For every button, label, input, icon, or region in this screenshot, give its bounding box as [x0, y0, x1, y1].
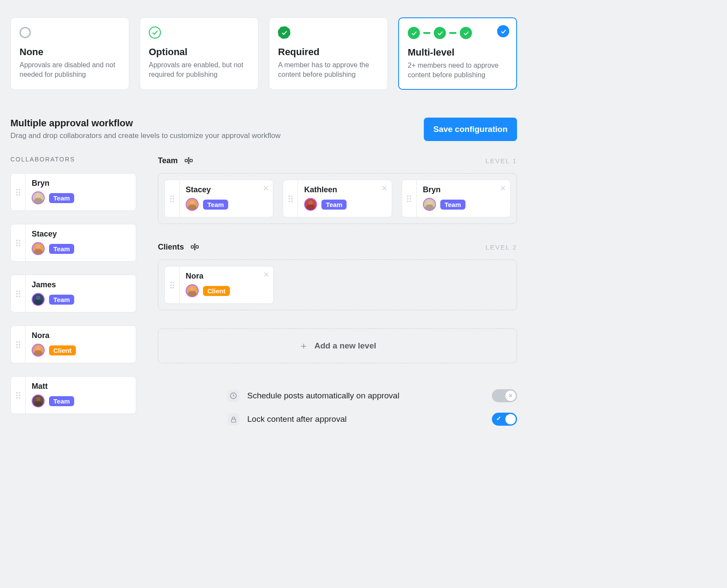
remove-person-icon[interactable]: ×: [263, 270, 269, 279]
drag-handle-icon[interactable]: [11, 174, 26, 210]
drag-handle-icon[interactable]: [165, 266, 180, 303]
drag-handle-icon[interactable]: [165, 180, 180, 217]
svg-point-41: [288, 198, 290, 199]
drag-handle-icon[interactable]: [11, 377, 26, 414]
svg-point-50: [410, 200, 411, 202]
approval-level: Team LEVEL 1 Stacey Team × Kathleen Team: [158, 156, 517, 224]
svg-point-17: [19, 296, 20, 297]
svg-point-54: [170, 282, 171, 283]
role-tag: Client: [203, 286, 230, 296]
avatar: [32, 344, 45, 357]
drag-handle-icon[interactable]: [11, 224, 26, 261]
role-tag: Client: [49, 345, 76, 355]
svg-point-45: [407, 195, 409, 197]
role-tag: Team: [203, 200, 228, 210]
svg-point-8: [16, 242, 17, 243]
svg-point-6: [16, 240, 17, 241]
svg-point-2: [16, 191, 17, 193]
svg-point-59: [173, 287, 174, 288]
avatar: [32, 191, 45, 204]
person-name: Stacey: [32, 230, 130, 239]
drag-handle-icon[interactable]: [11, 275, 26, 312]
svg-rect-30: [185, 159, 187, 162]
svg-point-47: [407, 198, 409, 199]
avatar: [304, 198, 317, 211]
svg-point-24: [16, 392, 17, 393]
collaborators-heading: COLLABORATORS: [10, 156, 136, 163]
drag-handle-icon[interactable]: [11, 326, 26, 363]
clock-icon: [227, 390, 239, 402]
person-name: Matt: [32, 382, 130, 391]
svg-point-48: [410, 198, 411, 199]
remove-person-icon[interactable]: ×: [382, 184, 387, 193]
check-circle-icon: [434, 27, 446, 39]
rename-icon[interactable]: [190, 242, 200, 252]
option-desc: Approvals are disabled and not needed fo…: [20, 60, 120, 79]
svg-point-27: [19, 394, 20, 396]
svg-point-36: [173, 198, 174, 199]
svg-point-55: [173, 282, 174, 283]
setting-toggle[interactable]: [492, 413, 517, 426]
level-dropzone[interactable]: Nora Client ×: [158, 260, 517, 310]
option-required[interactable]: Required A member has to approve the con…: [269, 17, 388, 90]
svg-point-4: [16, 194, 17, 195]
level-dropzone[interactable]: Stacey Team × Kathleen Team × Bryn Team …: [158, 173, 517, 224]
svg-point-1: [19, 189, 20, 190]
role-tag: Team: [440, 200, 465, 210]
svg-point-44: [291, 200, 292, 202]
svg-point-43: [288, 200, 290, 202]
level-number: LEVEL 2: [485, 243, 517, 251]
svg-point-37: [170, 200, 171, 202]
lock-icon: [227, 413, 239, 425]
person-card[interactable]: Kathleen Team ×: [283, 180, 392, 217]
person-name: Nora: [186, 272, 267, 281]
svg-point-35: [170, 198, 171, 199]
svg-point-26: [16, 394, 17, 396]
svg-point-57: [173, 284, 174, 286]
svg-point-42: [291, 198, 292, 199]
svg-rect-53: [196, 246, 199, 248]
person-card[interactable]: Matt Team: [10, 376, 136, 414]
plus-icon: ＋: [299, 339, 308, 352]
person-card[interactable]: Bryn Team ×: [402, 180, 511, 217]
svg-point-10: [16, 245, 17, 246]
svg-rect-32: [190, 159, 192, 162]
svg-point-15: [19, 293, 20, 294]
svg-rect-51: [191, 246, 194, 248]
person-card[interactable]: Nora Client: [10, 325, 136, 363]
approval-mode-options: None Approvals are disabled and not need…: [10, 17, 517, 90]
svg-point-16: [16, 296, 17, 297]
svg-point-25: [19, 392, 20, 393]
option-none[interactable]: None Approvals are disabled and not need…: [10, 17, 129, 90]
add-level-label: Add a new level: [314, 341, 377, 351]
option-multi-level[interactable]: Multi-level 2+ members need to approve c…: [398, 17, 517, 90]
person-card[interactable]: Nora Client ×: [164, 266, 274, 304]
person-name: Bryn: [423, 185, 504, 194]
setting-row: Lock content after approval: [227, 413, 517, 426]
drag-handle-icon[interactable]: [283, 180, 298, 217]
avatar: [423, 198, 436, 211]
svg-point-5: [19, 194, 20, 195]
add-level-button[interactable]: ＋ Add a new level: [158, 328, 517, 363]
setting-toggle[interactable]: [492, 389, 517, 402]
avatar: [32, 242, 45, 255]
option-optional[interactable]: Optional Approvals are enabled, but not …: [140, 17, 259, 90]
svg-point-29: [19, 397, 20, 398]
save-configuration-button[interactable]: Save configuration: [424, 118, 517, 141]
svg-point-12: [16, 290, 17, 292]
person-card[interactable]: Bryn Team: [10, 173, 136, 211]
levels-column: Team LEVEL 1 Stacey Team × Kathleen Team: [158, 156, 517, 426]
person-card[interactable]: Stacey Team ×: [164, 180, 273, 217]
person-card[interactable]: James Team: [10, 275, 136, 312]
approval-level: Clients LEVEL 2 Nora Client ×: [158, 242, 517, 310]
avatar: [32, 293, 45, 306]
avatar: [32, 394, 45, 407]
drag-handle-icon[interactable]: [402, 180, 417, 217]
remove-person-icon[interactable]: ×: [500, 184, 506, 193]
check-seal-icon: [278, 26, 290, 39]
remove-person-icon[interactable]: ×: [263, 184, 269, 193]
option-title: Multi-level: [408, 47, 508, 58]
person-card[interactable]: Stacey Team: [10, 224, 136, 262]
rename-icon[interactable]: [184, 156, 193, 165]
role-tag: Team: [49, 396, 74, 406]
